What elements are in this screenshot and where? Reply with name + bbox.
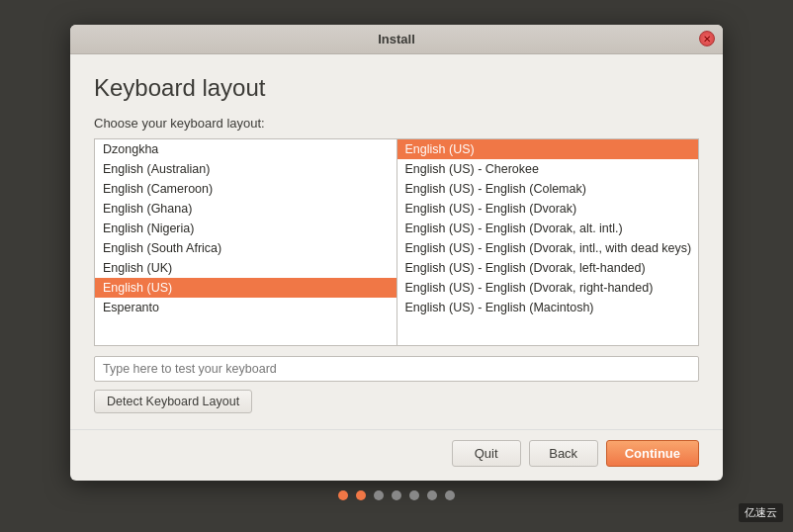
list-item[interactable]: English (US) - English (Dvorak, right-ha…	[397, 278, 699, 298]
layout-lists: DzongkhaEnglish (Australian)English (Cam…	[94, 138, 699, 346]
list-item[interactable]: English (UK)	[95, 258, 396, 278]
page-title: Keyboard layout	[94, 74, 699, 102]
list-item[interactable]: English (Nigeria)	[95, 219, 396, 238]
progress-dot	[392, 490, 401, 500]
keyboard-test-input[interactable]	[94, 356, 699, 382]
watermark: 亿速云	[739, 503, 783, 522]
list-item[interactable]: English (US) - Cherokee	[397, 159, 699, 179]
detect-keyboard-button[interactable]: Detect Keyboard Layout	[94, 390, 252, 413]
progress-dot	[374, 490, 384, 500]
list-item[interactable]: English (Ghana)	[95, 199, 396, 219]
list-item[interactable]: English (US) - English (Dvorak, intl., w…	[397, 238, 699, 258]
progress-dots	[338, 490, 455, 500]
list-item[interactable]: English (US)	[95, 278, 396, 298]
list-item[interactable]: Esperanto	[95, 298, 396, 317]
list-item[interactable]: Dzongkha	[95, 139, 396, 159]
progress-dot	[356, 490, 366, 500]
list-item[interactable]: English (US) - English (Colemak)	[397, 179, 699, 199]
language-list[interactable]: DzongkhaEnglish (Australian)English (Cam…	[94, 138, 396, 346]
variant-list[interactable]: English (US)English (US) - CherokeeEngli…	[396, 138, 700, 346]
list-item[interactable]: English (US) - English (Dvorak, alt. int…	[397, 219, 699, 238]
content-area: Keyboard layout Choose your keyboard lay…	[70, 54, 723, 429]
progress-dot	[445, 490, 455, 500]
subtitle: Choose your keyboard layout:	[94, 116, 699, 131]
list-item[interactable]: English (US) - English (Macintosh)	[397, 298, 699, 317]
window-title: Install	[378, 32, 415, 46]
install-window: Install ✕ Keyboard layout Choose your ke…	[70, 25, 723, 481]
titlebar: Install ✕	[70, 25, 723, 54]
close-button[interactable]: ✕	[699, 31, 715, 46]
quit-button[interactable]: Quit	[452, 440, 521, 467]
continue-button[interactable]: Continue	[606, 440, 699, 467]
progress-dot	[427, 490, 437, 500]
list-item[interactable]: English (US) - English (Dvorak)	[397, 199, 699, 219]
list-item[interactable]: English (Australian)	[95, 159, 396, 179]
footer: Quit Back Continue	[70, 429, 723, 481]
list-item[interactable]: English (US) - English (Dvorak, left-han…	[397, 258, 699, 278]
back-button[interactable]: Back	[529, 440, 598, 467]
list-item[interactable]: English (US)	[397, 139, 699, 159]
progress-dot	[409, 490, 419, 500]
list-item[interactable]: English (South Africa)	[95, 238, 396, 258]
progress-dot	[338, 490, 348, 500]
list-item[interactable]: English (Cameroon)	[95, 179, 396, 199]
